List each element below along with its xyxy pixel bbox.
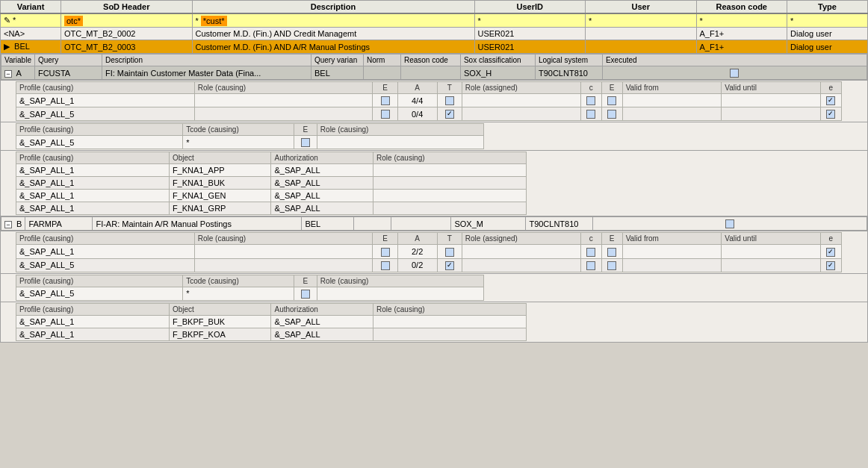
sb1r1-e-cb[interactable] <box>381 248 390 257</box>
desc-col-header: Description <box>102 54 311 66</box>
sb3r2-object: F_BKPF_KOA <box>169 328 271 340</box>
sb-sh1-e: E <box>373 233 397 245</box>
sa2r1-role <box>317 136 483 149</box>
sa3r1-profile: &_SAP_ALL_1 <box>16 164 170 177</box>
data-row-2-selected[interactable]: ▶ BEL OTC_MT_B2_0003 Customer M.D. (Fin.… <box>1 40 868 54</box>
sb1r1-vf <box>622 245 722 258</box>
sb-sh1-e3: e <box>820 233 841 245</box>
var-query-table: Variable Query Description Query varian … <box>1 54 867 80</box>
sa1r1-e2-cb[interactable] <box>607 96 616 105</box>
sb2-sh-tcode: Tcode (causing) <box>183 275 294 287</box>
sb3-row1: &_SAP_ALL_1 F_BKPF_BUK &_SAP_ALL <box>16 315 527 328</box>
section-b-desc: FI-AR: Maintain A/R Manual Postings <box>93 217 302 231</box>
sa1r1-t <box>437 94 462 107</box>
var-query-header-row: Variable Query Description Query varian … <box>1 54 867 66</box>
qvar-col-header: Query varian <box>311 54 363 66</box>
sa1r1-e3-cb[interactable] <box>826 96 835 105</box>
data-row-1[interactable]: <NA> OTC_MT_B2_0002 Customer M.D. (Fin.)… <box>1 28 868 40</box>
sb1r2-vf <box>622 258 722 272</box>
sb2r1-e-cb[interactable] <box>301 290 310 299</box>
section-b-variable: B <box>16 219 22 228</box>
filter-desc-value: *cust* <box>201 16 227 26</box>
section-b-minus-icon[interactable]: − <box>4 221 12 228</box>
section-b-query-row: − B FARMPA FI-AR: Maintain A/R Manual Po… <box>1 216 868 231</box>
sa1r1-e-cb[interactable] <box>381 96 390 105</box>
sb1r1-role-assigned <box>462 245 580 258</box>
filter-type[interactable]: * <box>787 13 868 28</box>
sh2-e: E <box>294 124 317 136</box>
section-b-expand[interactable]: − B <box>1 217 25 231</box>
sb1r2-e3-cb[interactable] <box>826 261 835 270</box>
filter-description[interactable]: * *cust* <box>192 13 474 28</box>
sa3-row1: &_SAP_ALL_1 F_KNA1_APP &_SAP_ALL <box>16 164 527 177</box>
section-b-rc <box>391 217 451 231</box>
sa1r2-e3-cb[interactable] <box>826 110 835 119</box>
sb1r2-t <box>437 258 462 272</box>
sa1r2-t <box>437 107 462 121</box>
section-b-row: − B FARMPA FI-AR: Maintain A/R Manual Po… <box>1 217 867 231</box>
sa1r1-c-cb[interactable] <box>586 96 595 105</box>
section-a-exec-checkbox[interactable] <box>730 69 739 78</box>
row1-sod: OTC_MT_B2_0002 <box>61 28 193 40</box>
sb1r2-t-cb[interactable] <box>445 261 454 270</box>
sb-sh1-role-assigned: Role (assigned) <box>462 233 580 245</box>
filter-sod[interactable]: otc* <box>61 13 193 28</box>
sa1r2-e-cb[interactable] <box>381 110 390 119</box>
sb1r2-role-assigned <box>462 258 580 272</box>
filter-reason[interactable]: * <box>696 13 787 28</box>
row1-reason: A_F1+ <box>696 28 787 40</box>
minus-icon[interactable]: − <box>4 70 12 78</box>
sa1r2-e2 <box>601 107 622 121</box>
col-header-userid: UserID <box>474 1 586 14</box>
row2-type: Dialog user <box>787 40 868 54</box>
sb1r2-e-cb[interactable] <box>381 261 390 270</box>
sa3r1-role <box>373 164 527 177</box>
sa2r1-e-cb[interactable] <box>301 138 310 147</box>
section-b-sub1-header: Profile (causing) Role (causing) E A T R… <box>16 233 842 245</box>
sox-col-header: Sox classification <box>460 54 535 66</box>
sb1r1-t-cb[interactable] <box>445 248 454 257</box>
sb3-row2: &_SAP_ALL_1 F_BKPF_KOA &_SAP_ALL <box>16 328 527 340</box>
section-b-sub1-row2: &_SAP_ALL_5 0/2 <box>16 258 842 272</box>
section-b-tcode-table: Profile (causing) Tcode (causing) E Role… <box>16 275 484 301</box>
filter-user[interactable]: * <box>586 13 697 28</box>
sa1r2-c-cb[interactable] <box>586 110 595 119</box>
exec-col-header: Executed <box>602 54 867 66</box>
sb1r2-role <box>194 258 373 272</box>
sa3r2-profile: &_SAP_ALL_1 <box>16 177 170 190</box>
sb1r2-c-cb[interactable] <box>586 261 595 270</box>
section-a-expand[interactable]: − A <box>1 66 35 80</box>
filter-userid[interactable]: * <box>474 13 586 28</box>
sb1r1-e3-cb[interactable] <box>826 248 835 257</box>
filter-variant[interactable]: ✎ * <box>1 13 61 28</box>
filter-sod-value: otc* <box>64 16 83 26</box>
sb3r1-role <box>373 315 527 328</box>
rc-col-header: Reason code <box>400 54 460 66</box>
sh3-auth: Authorization <box>271 152 373 164</box>
sa3-row3: &_SAP_ALL_1 F_KNA1_GEN &_SAP_ALL <box>16 190 527 202</box>
sb1r2-e2-cb[interactable] <box>607 261 616 270</box>
sa1r2-e2-cb[interactable] <box>607 110 616 119</box>
sh1-a: A <box>397 82 437 94</box>
sa1r2-a: 0/4 <box>397 107 437 121</box>
sa1r1-role-assigned <box>462 94 580 107</box>
sb1r1-e <box>373 245 397 258</box>
sa1r1-t-cb[interactable] <box>445 96 454 105</box>
sb1r1-c-cb[interactable] <box>586 248 595 257</box>
sa1r2-profile: &_SAP_ALL_5 <box>16 107 195 121</box>
sa3-row4: &_SAP_ALL_1 F_KNA1_GRP &_SAP_ALL <box>16 202 527 215</box>
sa1r2-t-cb[interactable] <box>445 110 454 119</box>
sb1r2-c <box>580 258 601 272</box>
query-col-header: Query <box>34 54 102 66</box>
sa3r1-auth: &_SAP_ALL <box>271 164 373 177</box>
sh1-e3: e <box>820 82 841 94</box>
sh1-role: Role (causing) <box>194 82 373 94</box>
row1-description: Customer M.D. (Fin.) AND Credit Managemt <box>192 28 474 40</box>
sb2-sh-profile: Profile (causing) <box>16 275 183 287</box>
col-header-reason: Reason code <box>696 1 787 14</box>
sa1r2-vu <box>722 107 821 121</box>
section-b-exec-cb[interactable] <box>725 219 734 228</box>
sb1r1-e2-cb[interactable] <box>607 248 616 257</box>
sa3r4-profile: &_SAP_ALL_1 <box>16 202 170 215</box>
section-b-sub3: Profile (causing) Object Authorization R… <box>1 302 868 342</box>
